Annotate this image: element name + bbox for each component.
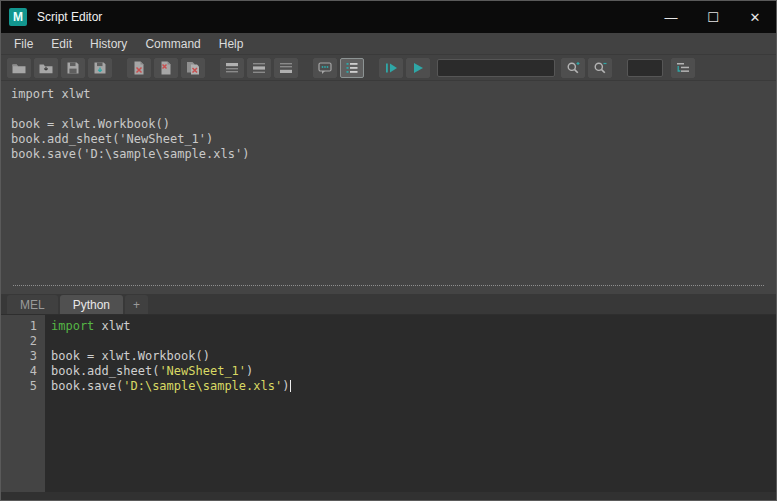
history-line: book.save('D:\sample\sample.xls') [11,147,776,162]
editor-pane: 12345 import xlwt book = xlwt.Workbook()… [1,315,776,492]
line-number: 3 [1,349,37,364]
history-lines: import xlwt book = xlwt.Workbook()book.a… [11,87,776,162]
line-number-gutter: 12345 [1,315,45,492]
toolbar-buttons [7,58,433,78]
line-number: 2 [1,334,37,349]
search-previous-icon[interactable] [588,58,612,78]
line-number: 5 [1,379,37,394]
search-next-icon[interactable] [561,58,585,78]
close-button[interactable]: ✕ [734,1,776,33]
line-number: 1 [1,319,37,334]
history-line: book.add_sheet('NewSheet_1') [11,132,776,147]
splitter-dotted-line [13,285,765,286]
line-number: 4 [1,364,37,379]
tab-new[interactable]: + [125,295,148,314]
code-line: book = xlwt.Workbook() [51,349,776,364]
load-script-icon[interactable] [7,58,31,78]
history-pane[interactable]: import xlwt book = xlwt.Workbook()book.a… [1,81,776,277]
clear-input-icon[interactable] [127,58,151,78]
menu-command[interactable]: Command [136,34,209,54]
execute-line-icon[interactable] [379,58,403,78]
history-line: import xlwt [11,87,776,102]
command-completion-icon[interactable] [313,58,337,78]
history-line: book = xlwt.Workbook() [11,117,776,132]
menu-edit[interactable]: Edit [42,34,81,54]
tab-python[interactable]: Python [60,295,123,314]
text-caret [290,380,291,392]
save-script-icon[interactable] [61,58,85,78]
toolbar [1,55,776,81]
search-input[interactable] [437,59,555,77]
clear-history-icon[interactable] [154,58,178,78]
code-line: book.add_sheet('NewSheet_1') [51,364,776,379]
code-line: import xlwt [51,319,776,334]
window-controls: — ☐ ✕ [650,1,776,33]
tab-bar: MELPython+ [1,294,776,315]
minimize-button[interactable]: — [650,1,692,33]
save-script-to-shelf-icon[interactable] [88,58,112,78]
script-editor-window: M Script Editor — ☐ ✕ FileEditHistoryCom… [0,0,777,501]
indent-selection-icon[interactable] [671,58,695,78]
menu-help[interactable]: Help [210,34,253,54]
source-script-icon[interactable] [34,58,58,78]
titlebar: M Script Editor — ☐ ✕ [1,1,776,33]
bottom-edge [1,492,776,500]
code-line: book.save('D:\sample\sample.xls') [51,379,776,394]
execute-all-icon[interactable] [406,58,430,78]
clear-all-icon[interactable] [181,58,205,78]
code-line [51,334,776,349]
search-buttons [561,58,615,78]
menu-history[interactable]: History [81,34,136,54]
maya-logo-icon: M [9,8,27,26]
pane-layout-top-icon[interactable] [220,58,244,78]
window-title: Script Editor [37,10,650,24]
pane-splitter[interactable] [1,277,776,294]
maximize-button[interactable]: ☐ [692,1,734,33]
line-numbers-icon[interactable] [340,58,364,78]
pane-layout-bottom-icon[interactable] [274,58,298,78]
indent-button-wrap [671,58,698,78]
quick-help-input[interactable] [627,59,663,77]
editor-lines[interactable]: import xlwt book = xlwt.Workbook()book.a… [45,315,776,492]
tab-mel[interactable]: MEL [7,295,58,314]
history-line [11,102,776,117]
menubar: FileEditHistoryCommandHelp [1,33,776,55]
menu-file[interactable]: File [5,34,42,54]
pane-layout-middle-icon[interactable] [247,58,271,78]
